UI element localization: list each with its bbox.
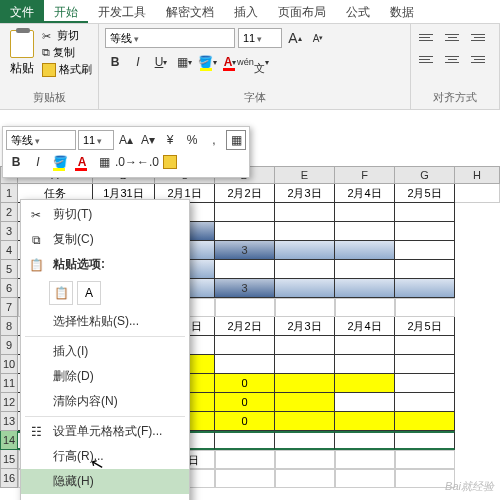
context-menu: ✂剪切(T) ⧉复制(C) 📋粘贴选项: 📋 A 选择性粘贴(S)... 插入(… — [20, 199, 190, 500]
format-icon: ☷ — [27, 424, 45, 440]
mini-font-color[interactable]: A — [72, 152, 92, 172]
mini-decimal-dec[interactable]: .0→ — [116, 152, 136, 172]
font-name-select[interactable]: 等线 — [105, 28, 235, 48]
row-header-7[interactable]: 7 — [0, 298, 18, 317]
row-header-13[interactable]: 13 — [0, 412, 18, 431]
cell-H1[interactable] — [455, 184, 500, 203]
paste-option-default[interactable]: 📋 — [49, 281, 73, 305]
tab-home[interactable]: 开始 — [44, 0, 88, 23]
align-left-button[interactable] — [417, 50, 439, 68]
tab-dev[interactable]: 开发工具 — [88, 0, 156, 23]
mini-bold[interactable]: B — [6, 152, 26, 172]
cut-button[interactable]: 剪切 — [42, 28, 92, 43]
ctx-cut[interactable]: ✂剪切(T) — [21, 202, 189, 227]
align-bottom-button[interactable] — [465, 28, 487, 46]
gantt-bar[interactable]: 3 — [215, 279, 275, 298]
tab-decrypt[interactable]: 解密文档 — [156, 0, 224, 23]
tab-formula[interactable]: 公式 — [336, 0, 380, 23]
cell-D1[interactable]: 2月2日 — [215, 184, 275, 203]
copy-icon: ⧉ — [27, 232, 45, 248]
ctx-paste-special[interactable]: 选择性粘贴(S)... — [21, 309, 189, 334]
col-header-F[interactable]: F — [335, 166, 395, 184]
watermark: Bai就经验 — [445, 479, 494, 494]
row-header-2[interactable]: 2 — [0, 203, 18, 222]
mini-currency[interactable]: ¥ — [160, 130, 180, 150]
ctx-hide[interactable]: 隐藏(H) — [21, 469, 189, 494]
cell-G1[interactable]: 2月5日 — [395, 184, 455, 203]
increase-font-button[interactable]: A▴ — [285, 28, 305, 48]
mini-decrease-font[interactable]: A▾ — [138, 130, 158, 150]
paste-option-values[interactable]: A — [77, 281, 101, 305]
tab-insert[interactable]: 插入 — [224, 0, 268, 23]
tab-file[interactable]: 文件 — [0, 0, 44, 23]
col-header-E[interactable]: E — [275, 166, 335, 184]
group-clipboard: 粘贴 剪切 复制 格式刷 剪贴板 — [0, 24, 99, 109]
chevron-down-icon — [134, 32, 139, 44]
border-button[interactable]: ▦▾ — [174, 52, 194, 72]
ctx-row-height[interactable]: 行高(R)... — [21, 444, 189, 469]
fill-color-button[interactable]: 🪣▾ — [197, 52, 217, 72]
row-header-11[interactable]: 11 — [0, 374, 18, 393]
italic-button[interactable]: I — [128, 52, 148, 72]
align-right-button[interactable] — [465, 50, 487, 68]
format-painter-icon — [42, 63, 56, 77]
row-header-4[interactable]: 4 — [0, 241, 18, 260]
mini-border[interactable]: ▦ — [94, 152, 114, 172]
cell-F1[interactable]: 2月4日 — [335, 184, 395, 203]
gantt-bar[interactable]: 3 — [215, 241, 275, 260]
row-header-12[interactable]: 12 — [0, 393, 18, 412]
mini-decimal-inc[interactable]: ←.0 — [138, 152, 158, 172]
col-header-G[interactable]: G — [395, 166, 455, 184]
mini-size-select[interactable]: 11 — [78, 130, 114, 150]
row-header-9[interactable]: 9 — [0, 336, 18, 355]
ctx-copy[interactable]: ⧉复制(C) — [21, 227, 189, 252]
yellow-cell[interactable]: 0 — [215, 412, 275, 431]
scissors-icon — [42, 30, 54, 42]
group-label-clipboard: 剪贴板 — [6, 88, 92, 105]
row-header-16[interactable]: 16 — [0, 469, 18, 488]
col-header-H[interactable]: H — [455, 166, 500, 184]
paste-button[interactable]: 粘贴 — [6, 28, 38, 79]
yellow-cell[interactable]: 0 — [215, 374, 275, 393]
mini-italic[interactable]: I — [28, 152, 48, 172]
decrease-font-button[interactable]: A▾ — [308, 28, 328, 48]
ctx-paste-header: 📋粘贴选项: — [21, 252, 189, 277]
mini-increase-font[interactable]: A▴ — [116, 130, 136, 150]
row-header-5[interactable]: 5 — [0, 260, 18, 279]
ctx-clear[interactable]: 清除内容(N) — [21, 389, 189, 414]
row-header-6[interactable]: 6 — [0, 279, 18, 298]
row-header-3[interactable]: 3 — [0, 222, 18, 241]
yellow-cell[interactable]: 0 — [215, 393, 275, 412]
font-color-button[interactable]: A▾ — [220, 52, 240, 72]
mini-merge[interactable]: ▦ — [226, 130, 246, 150]
ctx-format-cells[interactable]: ☷设置单元格格式(F)... — [21, 419, 189, 444]
ctx-delete[interactable]: 删除(D) — [21, 364, 189, 389]
cell-E1[interactable]: 2月3日 — [275, 184, 335, 203]
row-header-14[interactable]: 14 — [0, 431, 18, 450]
mini-format-painter[interactable] — [160, 152, 180, 172]
tab-data[interactable]: 数据 — [380, 0, 424, 23]
tab-layout[interactable]: 页面布局 — [268, 0, 336, 23]
align-center-button[interactable] — [441, 50, 463, 68]
row-header-1[interactable]: 1 — [0, 184, 18, 203]
align-top-button[interactable] — [417, 28, 439, 46]
mini-font-select[interactable]: 等线 — [6, 130, 76, 150]
ctx-insert[interactable]: 插入(I) — [21, 339, 189, 364]
bold-button[interactable]: B — [105, 52, 125, 72]
mini-fill-color[interactable]: 🪣 — [50, 152, 70, 172]
row-header-15[interactable]: 15 — [0, 450, 18, 469]
font-size-select[interactable]: 11 — [238, 28, 282, 48]
row-header-10[interactable]: 10 — [0, 355, 18, 374]
align-middle-button[interactable] — [441, 28, 463, 46]
mini-percent[interactable]: % — [182, 130, 202, 150]
copy-button[interactable]: 复制 — [42, 45, 92, 60]
ctx-unhide[interactable]: 取消隐藏(U) — [21, 494, 189, 500]
clipboard-icon: 📋 — [27, 257, 45, 273]
format-painter-button[interactable]: 格式刷 — [42, 62, 92, 77]
underline-button[interactable]: U▾ — [151, 52, 171, 72]
phonetic-button[interactable]: wén文▾ — [243, 52, 263, 72]
group-label-align: 对齐方式 — [417, 88, 493, 105]
mini-comma[interactable]: , — [204, 130, 224, 150]
row-header-8[interactable]: 8 — [0, 317, 18, 336]
ribbon: 粘贴 剪切 复制 格式刷 剪贴板 等线 11 A▴ A▾ B I U▾ ▦▾ 🪣 — [0, 24, 500, 110]
